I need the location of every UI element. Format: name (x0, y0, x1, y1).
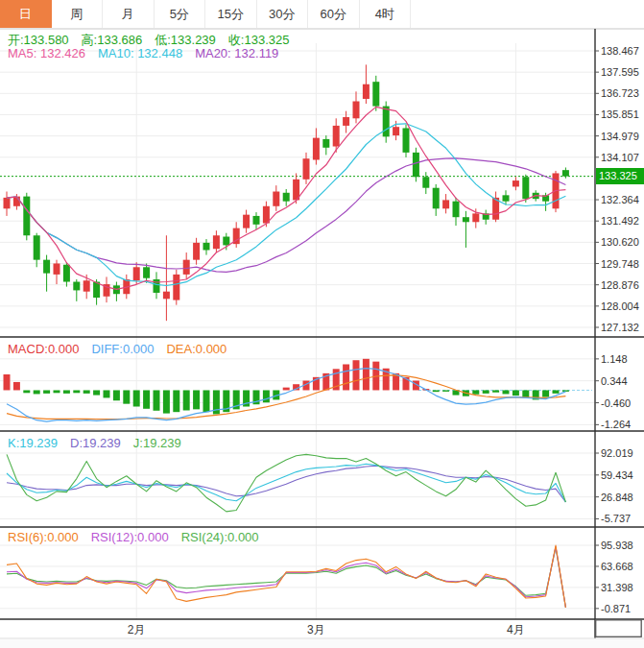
macd-item-0: MACD:0.000 (8, 342, 79, 356)
macd-bar (93, 390, 100, 395)
candle-body (54, 263, 60, 274)
kdj-axis-label: -5.737 (601, 513, 631, 524)
candle-body (73, 282, 80, 291)
macd-axis-label: -0.460 (601, 397, 631, 409)
candle-body (442, 200, 449, 208)
candle-body (422, 177, 429, 187)
candle-body (303, 158, 310, 180)
candle-body (383, 107, 390, 137)
kdj-axis-label: 92.019 (601, 447, 633, 459)
macd-bar (193, 390, 200, 409)
candle-body (34, 235, 40, 259)
macd-bar (13, 382, 20, 391)
macd-bar (154, 390, 160, 410)
candle-body (143, 267, 150, 277)
kdj-j-line (7, 454, 565, 512)
macd-bar (4, 374, 11, 390)
macd-bar (113, 390, 120, 400)
candle-body (253, 216, 260, 225)
macd-bar (353, 360, 360, 390)
kdj-axis-label: 26.848 (601, 492, 633, 503)
kdj-k-line (7, 464, 565, 502)
candle-body (23, 197, 30, 236)
price-axis-label: 130.620 (601, 236, 639, 248)
candle-body (562, 170, 569, 176)
candle-body (343, 117, 349, 126)
macd-bar (442, 390, 449, 391)
rsi-axis-label: 31.398 (601, 582, 633, 593)
candle-body (133, 267, 140, 280)
macd-bar (542, 390, 549, 396)
ma-item-2: MA20: 132.119 (195, 46, 278, 60)
macd-bar (363, 359, 370, 391)
price-axis-label: 129.748 (601, 258, 639, 270)
macd-bar (263, 390, 270, 402)
ma-item-1: MA10: 132.448 (98, 46, 182, 60)
rsi-legend: RSI(6):0.000RSI(12):0.000RSI(24):0.000 (8, 530, 272, 544)
macd-bar (63, 390, 70, 393)
candle-body (522, 177, 529, 199)
rsi-item-1: RSI(12):0.000 (91, 530, 169, 544)
macd-bar (163, 390, 170, 413)
price-axis-label: 134.979 (601, 131, 639, 142)
kdj-item-0: K:19.239 (8, 436, 58, 450)
macd-bar (173, 390, 179, 412)
macd-bar (483, 390, 489, 393)
axis-corner-box (596, 620, 642, 637)
candle-body (322, 139, 329, 148)
macd-bar (203, 390, 210, 412)
candle-body (183, 260, 190, 275)
macd-bar (343, 364, 349, 390)
rsi-axis-label: 63.668 (601, 561, 633, 572)
dea-line (7, 375, 565, 420)
macd-bar (73, 390, 80, 393)
price-axis-label: 138.467 (601, 45, 639, 57)
kdj-axis-label: 59.434 (601, 469, 633, 481)
macd-bar (492, 390, 499, 392)
kdj-item-1: D:19.239 (70, 436, 121, 450)
macd-bar (123, 390, 130, 403)
macd-bar (503, 390, 510, 394)
candle-body (333, 126, 340, 147)
rsi-item-0: RSI(6):0.000 (8, 530, 79, 544)
price-axis-label: 134.107 (601, 152, 639, 163)
macd-bar (143, 390, 150, 408)
ma-legend: MA5: 132.426MA10: 132.448MA20: 132.119 (8, 46, 291, 60)
candle-body (372, 82, 379, 106)
macd-bar (472, 390, 479, 394)
macd-item-1: DIFF:0.000 (91, 342, 154, 356)
price-axis-label: 128.004 (601, 300, 639, 312)
rsi-24-line (7, 547, 565, 607)
macd-bar (34, 390, 40, 394)
macd-bar (104, 390, 110, 397)
macd-bar (522, 390, 529, 397)
candle-body (4, 198, 11, 208)
ma-item-0: MA5: 132.426 (8, 46, 85, 60)
price-axis-label: 136.723 (601, 87, 639, 99)
macd-bar (54, 390, 60, 393)
candle-body (403, 128, 410, 152)
macd-bar (553, 390, 560, 393)
macd-bar (183, 390, 190, 410)
candle-body (273, 192, 279, 206)
candle-body (243, 215, 250, 228)
chart-app: 日周月5分15分30分60分4时 138.467137.595136.72313… (0, 0, 644, 648)
candle-body (283, 193, 290, 202)
macd-item-2: DEA:0.000 (166, 342, 227, 356)
macd-axis-label: 0.344 (601, 375, 628, 387)
candle-body (43, 260, 50, 274)
price-axis-label: 132.364 (601, 194, 639, 205)
candle-body (413, 153, 419, 177)
rsi-12-line (7, 546, 565, 607)
candle-body (83, 280, 90, 291)
candle-body (203, 243, 210, 251)
price-axis-label: 137.595 (601, 66, 639, 78)
candle-body (363, 84, 370, 99)
current-price-badge: 133.325 (596, 168, 644, 184)
candle-body (472, 213, 479, 222)
macd-bar (23, 390, 30, 393)
diff-line (7, 369, 565, 421)
bottom-margin (0, 639, 644, 648)
ohlc-item-1: 高:133.686 (82, 33, 143, 47)
price-axis-label: 127.132 (601, 322, 639, 333)
